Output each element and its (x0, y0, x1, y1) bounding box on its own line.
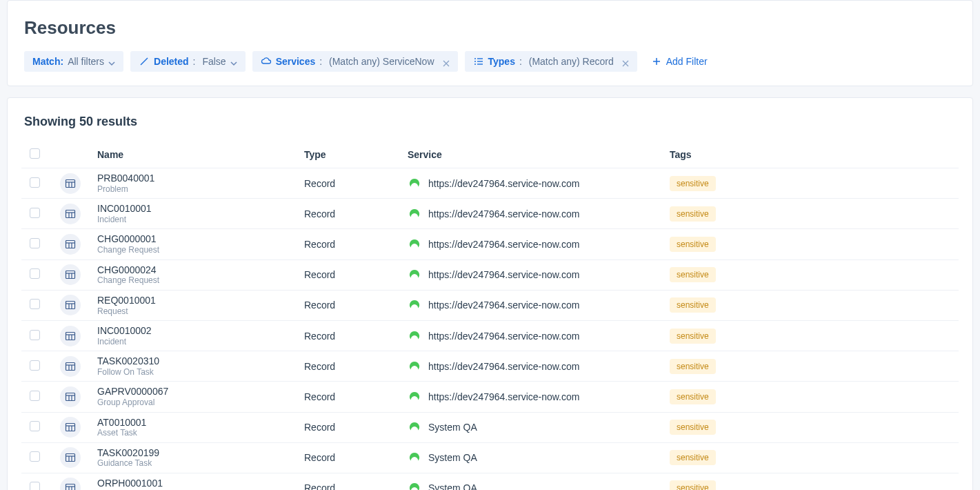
row-checkbox[interactable] (30, 268, 40, 279)
svg-line-0 (141, 58, 148, 65)
tag-chip[interactable]: sensitive (670, 450, 716, 465)
record-icon (60, 326, 81, 346)
filter-deleted-value: False (202, 56, 226, 67)
remove-filter-icon[interactable] (622, 58, 629, 65)
svg-rect-19 (66, 271, 75, 279)
row-type: Record (304, 208, 335, 219)
row-checkbox[interactable] (30, 238, 40, 248)
row-checkbox[interactable] (30, 421, 40, 431)
tag-chip[interactable]: sensitive (670, 420, 716, 435)
row-checkbox[interactable] (30, 482, 40, 490)
row-checkbox[interactable] (30, 208, 40, 218)
tag-chip[interactable]: sensitive (670, 297, 716, 313)
table-header-row: Name Type Service Tags (21, 141, 959, 168)
tag-chip[interactable]: sensitive (670, 206, 716, 222)
row-subtype: Guidance Task (97, 458, 288, 468)
deleted-icon (139, 56, 150, 67)
row-name: ORPH0001001 (97, 478, 288, 489)
table-row[interactable]: INC0010002 Incident Record https://dev24… (21, 320, 959, 351)
servicenow-icon (408, 298, 421, 312)
row-service: https://dev247964.service-now.com (428, 208, 579, 219)
table-row[interactable]: GAPRV0000067 Group Approval Record https… (21, 382, 959, 412)
filter-match[interactable]: Match: All filters (24, 51, 123, 72)
row-checkbox[interactable] (30, 360, 40, 371)
row-checkbox[interactable] (30, 177, 40, 188)
table-row[interactable]: INC0010001 Incident Record https://dev24… (21, 199, 959, 229)
row-service: System QA (428, 452, 477, 463)
tag-chip[interactable]: sensitive (670, 359, 716, 374)
plus-icon (652, 57, 661, 66)
svg-rect-31 (66, 362, 75, 370)
filter-deleted-label: Deleted (154, 56, 189, 67)
row-subtype: Group Approval (97, 398, 288, 407)
col-name-header[interactable]: Name (89, 141, 296, 168)
record-icon (60, 204, 81, 224)
table-row[interactable]: ORPH0001001 Orphan Ci Remediation Record… (21, 473, 959, 490)
tag-chip[interactable]: sensitive (670, 480, 716, 490)
filter-row: Match: All filters Deleted: False Servic… (24, 51, 956, 72)
filter-deleted[interactable]: Deleted: False (130, 51, 246, 72)
filter-types[interactable]: Types: (Match any) Record (465, 51, 637, 72)
servicenow-icon (408, 207, 421, 221)
tag-chip[interactable]: sensitive (670, 176, 716, 191)
add-filter-button[interactable]: Add Filter (644, 51, 716, 72)
row-subtype: Incident (97, 337, 288, 346)
svg-point-3 (474, 61, 476, 62)
row-type: Record (304, 300, 335, 311)
row-subtype: Asset Task (97, 428, 288, 438)
filter-services[interactable]: Services: (Match any) ServiceNow (252, 51, 458, 72)
svg-rect-15 (66, 240, 75, 248)
row-type: Record (304, 452, 335, 463)
page-title: Resources (24, 17, 956, 39)
remove-filter-icon[interactable] (443, 58, 450, 65)
row-name: CHG0000024 (97, 264, 288, 276)
svg-rect-2 (477, 58, 483, 59)
row-type: Record (304, 239, 335, 250)
servicenow-icon (408, 177, 421, 190)
row-checkbox[interactable] (30, 330, 40, 340)
row-checkbox[interactable] (30, 299, 40, 309)
row-type: Record (304, 361, 335, 372)
svg-rect-23 (66, 302, 75, 309)
table-row[interactable]: AT0010001 Asset Task Record System QA se… (21, 412, 959, 442)
svg-point-5 (474, 63, 476, 65)
col-service-header[interactable]: Service (399, 141, 661, 168)
row-service: System QA (428, 422, 477, 433)
filter-match-value: All filters (68, 56, 104, 67)
tag-chip[interactable]: sensitive (670, 237, 716, 252)
row-type: Record (304, 422, 335, 433)
svg-rect-27 (66, 332, 75, 340)
table-row[interactable]: CHG0000024 Change Request Record https:/… (21, 259, 959, 290)
table-row[interactable]: TASK0020310 Follow On Task Record https:… (21, 351, 959, 382)
tag-chip[interactable]: sensitive (670, 389, 716, 404)
table-row[interactable]: PRB0040001 Problem Record https://dev247… (21, 168, 959, 199)
filter-types-label: Types (488, 56, 515, 67)
tag-chip[interactable]: sensitive (670, 267, 716, 282)
svg-rect-4 (477, 61, 483, 61)
row-name: INC0010001 (97, 203, 288, 215)
row-checkbox[interactable] (30, 451, 40, 462)
cloud-icon (261, 56, 272, 67)
row-checkbox[interactable] (30, 391, 40, 401)
record-icon (60, 478, 81, 490)
table-row[interactable]: CHG0000001 Change Request Record https:/… (21, 229, 959, 259)
row-service: https://dev247964.service-now.com (428, 269, 579, 280)
select-all-checkbox[interactable] (30, 148, 40, 159)
row-type: Record (304, 482, 335, 490)
servicenow-icon (408, 360, 421, 373)
col-tags-header[interactable]: Tags (661, 141, 959, 168)
servicenow-icon (408, 268, 421, 282)
row-name: PRB0040001 (97, 173, 288, 184)
col-type-header[interactable]: Type (296, 141, 399, 168)
row-service: https://dev247964.service-now.com (428, 300, 579, 311)
table-row[interactable]: REQ0010001 Request Record https://dev247… (21, 290, 959, 320)
svg-rect-43 (66, 454, 75, 462)
row-subtype: Incident (97, 215, 288, 224)
results-heading: Showing 50 results (21, 115, 959, 129)
record-icon (60, 356, 81, 377)
tag-chip[interactable]: sensitive (670, 329, 716, 344)
record-icon (60, 447, 81, 468)
table-row[interactable]: TASK0020199 Guidance Task Record System … (21, 442, 959, 473)
svg-point-1 (474, 58, 476, 59)
row-type: Record (304, 331, 335, 342)
